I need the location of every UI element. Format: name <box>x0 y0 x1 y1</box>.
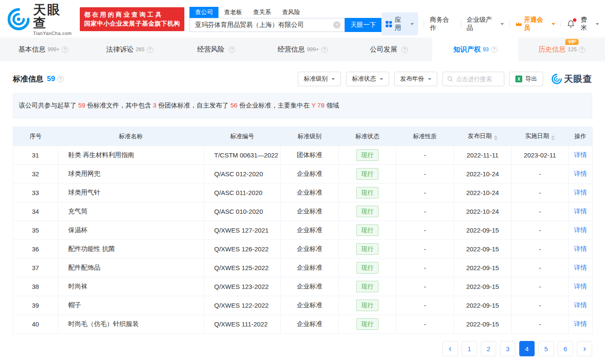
cell-standard-nature: - <box>396 165 454 183</box>
page-button[interactable]: 1 <box>462 341 477 356</box>
company-section-tab[interactable]: 知识产权 93 ? <box>432 38 519 61</box>
summary-segment: Y 78 <box>311 102 325 109</box>
filter-dropdown[interactable]: 发布年份 <box>394 72 437 86</box>
col-implement-date[interactable]: 实施日期 <box>512 127 569 146</box>
table-row: 34 充气筒 Q/ASC 010-2020 企业标准 现行 - 2022-10-… <box>13 202 593 221</box>
company-search-input[interactable] <box>195 21 333 29</box>
search-type-tabs: 查公司 查老板 查关系 查风险 <box>189 7 381 18</box>
detail-link[interactable]: 详情 <box>574 264 587 271</box>
page-button[interactable]: 6 <box>558 341 573 356</box>
cell-standard-level: 企业标准 <box>281 183 339 202</box>
standards-table-body: 31 鞋类 再生材料利用指南 T/CSTM 00631—2022 团体标准 现行… <box>13 146 593 334</box>
detail-link[interactable]: 详情 <box>574 151 587 158</box>
status-badge: 现行 <box>356 243 378 255</box>
cell-standard-nature: - <box>396 202 454 221</box>
detail-link[interactable]: 详情 <box>574 170 587 177</box>
nav-open-membership[interactable]: 开通会员 <box>515 16 555 32</box>
sort-icon[interactable] <box>551 135 555 140</box>
page-button[interactable]: 2 <box>481 341 496 356</box>
page-button[interactable]: 5 <box>538 341 554 356</box>
cell-standard-status: 现行 <box>339 315 396 334</box>
status-badge: 现行 <box>356 206 378 217</box>
search-type-tab[interactable]: 查老板 <box>218 7 247 18</box>
detail-link[interactable]: 详情 <box>574 226 587 233</box>
company-section-tab[interactable]: 公司发展 ? <box>346 38 432 61</box>
cell-standard-code: Q/XWES 123-2022 <box>204 277 281 296</box>
cell-standard-nature: - <box>396 277 454 296</box>
cell-seq: 36 <box>13 240 58 259</box>
company-section-tab[interactable]: 法律诉讼 265 ? <box>87 38 173 61</box>
slogan-line-2: 国家中小企业发展子基金旗下机构 <box>84 19 180 28</box>
cell-standard-status: 现行 <box>339 259 396 277</box>
cell-action: 详情 <box>569 165 593 183</box>
divider <box>509 21 510 27</box>
logo[interactable]: 天眼查 TianYanCha.com <box>8 3 75 36</box>
chevron-down-icon <box>380 78 383 80</box>
cell-standard-level: 企业标准 <box>281 202 339 221</box>
cell-standard-nature: - <box>396 315 454 334</box>
cell-seq: 34 <box>13 202 58 221</box>
clear-search-icon[interactable]: × <box>333 21 340 29</box>
detail-link[interactable]: 详情 <box>574 282 587 290</box>
cell-standard-name: 时尚袜 <box>58 277 204 296</box>
table-header-row: 序号 标准名称 标准编号 标准级别 标准状态 标准性质 发布日期 实施日期 操作 <box>13 127 593 146</box>
sort-icon[interactable] <box>494 135 497 140</box>
search-type-tab[interactable]: 查风险 <box>276 7 305 18</box>
search-type-tab[interactable]: 查公司 <box>189 7 218 18</box>
cell-action: 详情 <box>569 277 593 296</box>
detail-link[interactable]: 详情 <box>574 320 587 327</box>
page-button[interactable]: 3 <box>500 341 515 356</box>
col-publish-date[interactable]: 发布日期 <box>454 127 512 146</box>
nav-business-cooperation[interactable]: 商务合作 <box>430 16 455 32</box>
table-row: 31 鞋类 再生材料利用指南 T/CSTM 00631—2022 团体标准 现行… <box>13 146 593 165</box>
filter-dropdown[interactable]: 标准状态 <box>346 72 389 86</box>
filter-dropdown[interactable]: 标准级别 <box>298 72 341 86</box>
detail-link[interactable]: 详情 <box>574 207 587 215</box>
cell-publish-date: 2022-09-15 <box>454 277 512 296</box>
company-section-tab[interactable]: 基本信息 999+ ? <box>0 38 87 61</box>
table-row: 33 球类用气针 Q/ASC 011-2020 企业标准 现行 - 2022-1… <box>13 183 593 202</box>
col-standard-code: 标准编号 <box>204 127 281 146</box>
table-search-input[interactable] <box>456 76 500 82</box>
nav-enterprise-products[interactable]: 企业级产品 <box>466 16 504 32</box>
cell-implement-date: - <box>512 315 569 334</box>
help-icon: ? <box>579 47 585 53</box>
chevron-down-icon <box>332 78 335 80</box>
cell-publish-date: 2022-09-15 <box>454 315 512 334</box>
table-row: 36 配件功能性 抗菌 Q/XWES 126-2022 企业标准 现行 - 20… <box>13 240 593 259</box>
app-grid-icon <box>386 21 392 27</box>
help-icon: ? <box>57 76 64 82</box>
company-section-tab[interactable]: VIP 历史信息 125 ? <box>518 38 605 61</box>
prev-page-button[interactable]: ‹ <box>442 341 458 356</box>
cell-standard-code: Q/XWES 127-2021 <box>204 221 281 240</box>
page-button[interactable]: 4 <box>519 341 535 356</box>
tianyancha-watermark: 天眼查 <box>552 73 592 85</box>
company-section-tab[interactable]: 经营信息 999+ ? <box>259 38 346 61</box>
cell-standard-status: 现行 <box>339 221 396 240</box>
cell-standard-name: 帽子 <box>58 296 204 315</box>
export-button[interactable]: X 导出 <box>509 72 543 86</box>
cell-standard-level: 企业标准 <box>281 221 339 240</box>
detail-link[interactable]: 详情 <box>574 245 587 252</box>
next-page-button[interactable]: › <box>577 341 592 356</box>
cell-implement-date: 2023-02-11 <box>512 146 569 165</box>
cell-seq: 38 <box>13 277 58 296</box>
help-icon: ? <box>62 47 68 53</box>
apps-menu[interactable]: 应用 <box>381 12 418 35</box>
cell-standard-code: Q/XWES 111-2022 <box>204 315 281 334</box>
cell-seq: 31 <box>13 146 58 165</box>
cell-standard-code: Q/ASC 011-2020 <box>204 183 281 202</box>
tianyancha-logo-icon <box>8 8 29 30</box>
detail-link[interactable]: 详情 <box>574 189 587 196</box>
cell-implement-date: - <box>512 240 569 259</box>
detail-link[interactable]: 详情 <box>574 301 587 309</box>
notification-bell-icon[interactable] <box>567 20 575 28</box>
status-badge: 现行 <box>356 300 378 311</box>
cell-standard-status: 现行 <box>339 296 396 315</box>
table-row: 35 保温杯 Q/XWES 127-2021 企业标准 现行 - 2022-09… <box>13 221 593 240</box>
search-button[interactable]: 天眼一下 <box>345 18 381 32</box>
cell-standard-code: Q/ASC 012-2020 <box>204 165 281 183</box>
nav-user-menu[interactable]: 费米 <box>581 16 599 32</box>
company-section-tab[interactable]: 经营风险 ? <box>173 38 259 61</box>
search-type-tab[interactable]: 查关系 <box>247 7 276 18</box>
